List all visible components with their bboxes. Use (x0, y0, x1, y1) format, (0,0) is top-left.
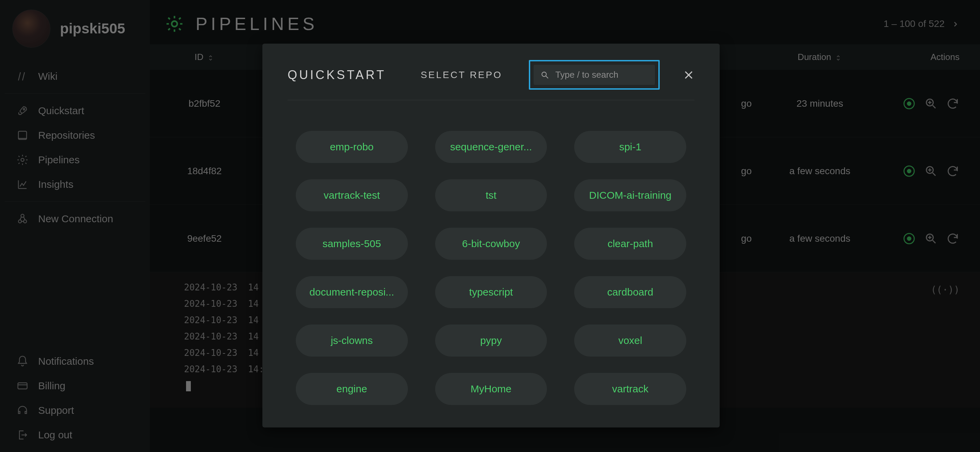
repo-pill[interactable]: vartrack-test (296, 179, 408, 211)
repo-pill[interactable]: cardboard (574, 276, 686, 308)
repo-pill[interactable]: clear-path (574, 228, 686, 260)
repo-pill[interactable]: engine (296, 373, 408, 405)
repo-pill[interactable]: vartrack (574, 373, 686, 405)
repo-pill[interactable]: DICOM-ai-training (574, 179, 686, 211)
repo-grid: emp-robosequence-gener...spi-1vartrack-t… (288, 100, 694, 405)
modal-header: QUICKSTART SELECT REPO (288, 60, 694, 100)
repo-pill[interactable]: sequence-gener... (435, 131, 547, 163)
repo-pill[interactable]: voxel (574, 325, 686, 357)
modal-subtitle: SELECT REPO (420, 70, 502, 80)
search-box[interactable] (534, 65, 655, 85)
search-input[interactable] (555, 70, 648, 80)
svg-line-29 (546, 76, 548, 78)
repo-pill[interactable]: spi-1 (574, 131, 686, 163)
repo-pill[interactable]: tst (435, 179, 547, 211)
repo-pill[interactable]: js-clowns (296, 325, 408, 357)
search-focus-ring (529, 60, 660, 90)
repo-pill[interactable]: MyHome (435, 373, 547, 405)
repo-pill[interactable]: typescript (435, 276, 547, 308)
repo-pill[interactable]: document-reposi... (296, 276, 408, 308)
repo-pill[interactable]: 6-bit-cowboy (435, 228, 547, 260)
close-icon[interactable] (683, 69, 694, 81)
repo-pill[interactable]: emp-robo (296, 131, 408, 163)
quickstart-modal: QUICKSTART SELECT REPO emp-robosequence-… (262, 44, 720, 427)
search-icon (541, 70, 549, 80)
modal-title: QUICKSTART (288, 68, 386, 82)
svg-point-28 (542, 72, 546, 76)
repo-pill[interactable]: samples-505 (296, 228, 408, 260)
repo-pill[interactable]: pypy (435, 325, 547, 357)
